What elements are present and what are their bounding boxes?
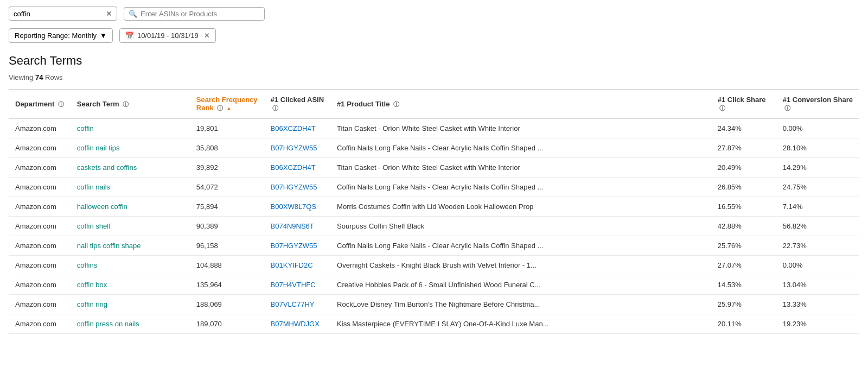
dept-cell: Amazon.com (9, 295, 71, 314)
click-info-icon[interactable]: ⓘ (719, 105, 725, 111)
click-share-cell: 24.34% (711, 118, 776, 138)
search-term-cell[interactable]: coffin nail tips (71, 138, 190, 158)
search-term-cell[interactable]: coffin box (71, 275, 190, 295)
conv-info-icon[interactable]: ⓘ (784, 105, 790, 111)
title-cell: Coffin Nails Long Fake Nails - Clear Acr… (330, 178, 711, 197)
click-share-cell: 20.11% (711, 314, 776, 334)
table-row: Amazon.com nail tips coffin shape 96,158… (9, 236, 859, 256)
table-row: Amazon.com coffin 19,801 B06XCZDH4T Tita… (9, 118, 859, 138)
search-term-link[interactable]: coffin nail tips (77, 144, 120, 152)
search-term-link[interactable]: coffin (77, 124, 94, 132)
title-info-icon[interactable]: ⓘ (393, 101, 399, 107)
rank-cell: 39,892 (190, 158, 264, 178)
search-term-cell[interactable]: caskets and coffins (71, 158, 190, 178)
col-header-search-frequency-rank[interactable]: Search FrequencyRank ⓘ ▲ (190, 90, 264, 118)
asin-link[interactable]: B06XCZDH4T (271, 124, 316, 132)
rank-cell: 35,808 (190, 138, 264, 158)
dept-cell: Amazon.com (9, 275, 71, 295)
asin-search-box[interactable]: 🔍 (124, 7, 265, 21)
asin-link[interactable]: B07HGYZW55 (271, 183, 317, 191)
asin-link[interactable]: B07HGYZW55 (271, 144, 317, 152)
asin-link[interactable]: B07VLC77HY (271, 300, 315, 308)
table-row: Amazon.com coffin nail tips 35,808 B07HG… (9, 138, 859, 158)
reporting-range-button[interactable]: Reporting Range: Monthly ▼ (9, 28, 113, 43)
dept-cell: Amazon.com (9, 197, 71, 217)
department-info-icon[interactable]: ⓘ (58, 101, 64, 107)
asin-cell[interactable]: B06XCZDH4T (264, 158, 331, 178)
click-share-cell: 25.97% (711, 295, 776, 314)
asin-link[interactable]: B074N9NS6T (271, 222, 314, 230)
clear-date-icon[interactable]: ✕ (204, 31, 210, 40)
asin-cell[interactable]: B07H4VTHFC (264, 275, 331, 295)
asin-cell[interactable]: B07HGYZW55 (264, 236, 331, 256)
search-term-cell[interactable]: coffins (71, 256, 190, 275)
conv-share-cell: 7.14% (776, 197, 859, 217)
reporting-range-label: Reporting Range: Monthly (15, 31, 97, 40)
asin-search-input[interactable] (141, 10, 260, 18)
search-term-cell[interactable]: halloween coffin (71, 197, 190, 217)
search-term-info-icon[interactable]: ⓘ (123, 101, 129, 107)
date-range-picker[interactable]: 📅 10/01/19 - 10/31/19 ✕ (119, 28, 216, 43)
viewing-suffix: Rows (45, 73, 63, 81)
asin-link[interactable]: B06XCZDH4T (271, 163, 316, 172)
asin-cell[interactable]: B06XCZDH4T (264, 118, 331, 138)
search-term-link[interactable]: coffins (77, 261, 97, 269)
keyword-search-box[interactable]: ✕ (9, 7, 117, 21)
search-term-link[interactable]: nail tips coffin shape (77, 242, 141, 250)
asin-link[interactable]: B00XW8L7QS (271, 203, 317, 211)
conv-share-cell: 56.82% (776, 217, 859, 236)
search-term-link[interactable]: coffin box (77, 281, 107, 289)
asin-cell[interactable]: B074N9NS6T (264, 217, 331, 236)
dept-cell: Amazon.com (9, 256, 71, 275)
clear-search-icon[interactable]: ✕ (106, 9, 112, 18)
rank-cell: 19,801 (190, 118, 264, 138)
click-share-cell: 27.07% (711, 256, 776, 275)
col-header-product-title: #1 Product Title ⓘ (330, 90, 711, 118)
search-term-link[interactable]: caskets and coffins (77, 163, 137, 172)
rank-cell: 188,069 (190, 295, 264, 314)
search-term-cell[interactable]: nail tips coffin shape (71, 236, 190, 256)
asin-cell[interactable]: B07VLC77HY (264, 295, 331, 314)
conv-share-cell: 22.73% (776, 236, 859, 256)
search-term-cell[interactable]: coffin shelf (71, 217, 190, 236)
col-header-conversion-share: #1 Conversion Share ⓘ (776, 90, 859, 118)
title-cell: RockLove Disney Tim Burton's The Nightma… (330, 295, 711, 314)
title-cell: Coffin Nails Long Fake Nails - Clear Acr… (330, 236, 711, 256)
search-term-link[interactable]: coffin ring (77, 300, 107, 308)
dept-cell: Amazon.com (9, 314, 71, 334)
search-term-cell[interactable]: coffin press on nails (71, 314, 190, 334)
conv-share-cell: 0.00% (776, 118, 859, 138)
dept-cell: Amazon.com (9, 118, 71, 138)
sort-asc-icon: ▲ (226, 105, 232, 111)
asin-link[interactable]: B07H4VTHFC (271, 281, 316, 289)
search-term-link[interactable]: halloween coffin (77, 203, 127, 211)
asin-link[interactable]: B07MHWDJGX (271, 320, 320, 328)
asin-cell[interactable]: B01KYIFD2C (264, 256, 331, 275)
table-row: Amazon.com coffin nails 54,072 B07HGYZW5… (9, 178, 859, 197)
search-term-cell[interactable]: coffin (71, 118, 190, 138)
table-header-row: Department ⓘ Search Term ⓘ Search Freque… (9, 90, 859, 118)
asin-cell[interactable]: B07HGYZW55 (264, 138, 331, 158)
asin-link[interactable]: B07HGYZW55 (271, 242, 317, 250)
search-term-cell[interactable]: coffin ring (71, 295, 190, 314)
search-term-link[interactable]: coffin shelf (77, 222, 111, 230)
conv-share-cell: 14.29% (776, 158, 859, 178)
asin-cell[interactable]: B07MHWDJGX (264, 314, 331, 334)
asin-cell[interactable]: B07HGYZW55 (264, 178, 331, 197)
dept-cell: Amazon.com (9, 158, 71, 178)
conv-share-cell: 19.23% (776, 314, 859, 334)
search-term-link[interactable]: coffin press on nails (77, 320, 139, 328)
search-term-cell[interactable]: coffin nails (71, 178, 190, 197)
rank-info-icon[interactable]: ⓘ (217, 105, 223, 111)
asin-link[interactable]: B01KYIFD2C (271, 261, 313, 269)
asin-info-icon[interactable]: ⓘ (272, 105, 278, 111)
col-header-department: Department ⓘ (9, 90, 71, 118)
keyword-search-input[interactable] (14, 10, 106, 18)
viewing-info: Viewing 74 Rows (9, 73, 859, 81)
rank-cell: 90,389 (190, 217, 264, 236)
click-share-cell: 20.49% (711, 158, 776, 178)
click-share-cell: 26.85% (711, 178, 776, 197)
asin-cell[interactable]: B00XW8L7QS (264, 197, 331, 217)
search-term-link[interactable]: coffin nails (77, 183, 110, 191)
conv-share-cell: 13.33% (776, 295, 859, 314)
